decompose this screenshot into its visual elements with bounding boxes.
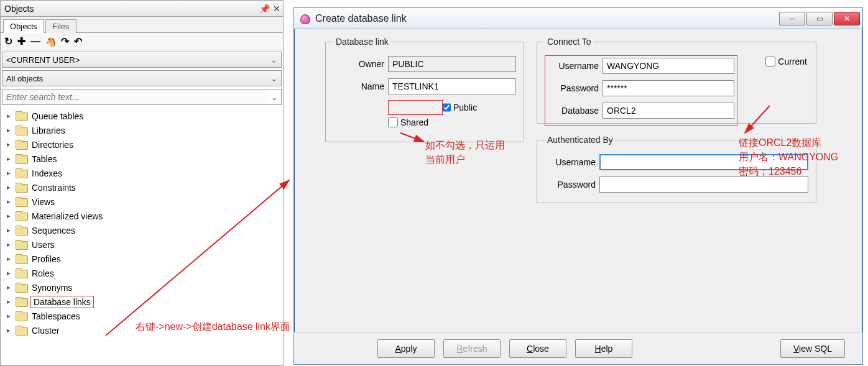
folder-icon <box>16 226 28 236</box>
search-row: ⌄ <box>2 89 282 105</box>
refresh-button[interactable]: Refresh <box>443 339 501 358</box>
auth-pass-label: Password <box>545 180 596 190</box>
expand-icon[interactable]: ▸ <box>7 183 16 191</box>
folder-icon <box>16 168 28 178</box>
help-button[interactable]: Help <box>575 339 632 358</box>
tab-objects[interactable]: Objects <box>3 19 44 33</box>
close-panel-icon[interactable]: ✕ <box>270 4 283 14</box>
chevron-down-icon: ⌄ <box>270 55 277 65</box>
filter-dropdown[interactable]: All objects ⌄ <box>2 70 282 86</box>
ct-db-label: Database <box>548 106 599 116</box>
tree-item[interactable]: ▸Roles <box>1 266 283 280</box>
ct-user-label: Username <box>548 61 599 71</box>
ct-pass-label: Password <box>548 83 599 93</box>
tree-item[interactable]: ▸Database links <box>1 295 283 309</box>
name-field[interactable] <box>388 78 516 94</box>
view-sql-button[interactable]: View SQL <box>780 339 845 358</box>
find-icon[interactable]: 🐴 <box>45 37 56 47</box>
dialog-button-bar: Apply Refresh Close Help View SQL <box>294 332 862 364</box>
apply-button[interactable]: Apply <box>377 339 435 358</box>
expand-icon[interactable]: ▸ <box>7 140 16 149</box>
folder-icon <box>16 268 28 278</box>
expand-icon[interactable]: ▸ <box>7 198 16 206</box>
folder-icon <box>16 240 28 250</box>
expand-icon[interactable]: ▸ <box>7 155 16 163</box>
tree-item-label: Users <box>30 239 56 250</box>
tab-files[interactable]: Files <box>45 19 76 33</box>
chevron-down-icon[interactable]: ⌄ <box>267 93 281 102</box>
panel-title: Objects <box>4 4 34 14</box>
chevron-down-icon: ⌄ <box>270 74 277 83</box>
dblink-legend: Database link <box>333 37 391 47</box>
expand-icon[interactable]: ▸ <box>7 298 16 306</box>
dialog-title: Create database link <box>315 13 407 24</box>
close-dialog-button[interactable]: Close <box>509 339 566 358</box>
current-label: Current <box>778 57 807 66</box>
tree-item[interactable]: ▸Tables <box>1 152 283 166</box>
expand-icon[interactable]: ▸ <box>7 212 16 220</box>
name-label: Name <box>333 81 384 91</box>
expand-icon[interactable]: ▸ <box>7 240 16 249</box>
expand-icon[interactable]: ▸ <box>7 226 16 234</box>
tree-item[interactable]: ▸Directories <box>1 137 283 152</box>
folder-icon <box>16 197 28 207</box>
expand-icon[interactable]: ▸ <box>7 126 16 134</box>
maximize-button[interactable]: ▭ <box>806 12 833 25</box>
folder-icon <box>16 183 28 193</box>
tree-item-label: Directories <box>30 139 75 150</box>
tree-item-label: Views <box>30 196 56 208</box>
tree-item[interactable]: ▸Indexes <box>1 166 283 180</box>
tree-item[interactable]: ▸Cluster <box>1 323 283 337</box>
user-dropdown[interactable]: <CURRENT USER> ⌄ <box>2 52 282 68</box>
auth-user-field[interactable] <box>599 154 808 170</box>
database-icon <box>299 12 312 25</box>
tree-item[interactable]: ▸Users <box>1 237 283 252</box>
ct-db-field[interactable] <box>603 103 734 119</box>
current-checkbox[interactable] <box>765 57 775 66</box>
shared-label: Shared <box>400 117 428 127</box>
expand-icon[interactable]: ▸ <box>7 283 16 291</box>
panel-title-bar: Objects 📌 ✕ <box>1 1 283 17</box>
expand-icon[interactable]: ▸ <box>7 269 16 277</box>
tree-item[interactable]: ▸Queue tables <box>1 109 283 123</box>
search-input[interactable] <box>2 89 267 104</box>
object-tree[interactable]: ▸Queue tables▸Libraries▸Directories▸Tabl… <box>1 106 283 365</box>
close-button[interactable]: ✕ <box>834 12 860 25</box>
fieldset-auth-by: Authenticated By Username Password <box>537 135 816 203</box>
tree-item[interactable]: ▸Constraints <box>1 180 283 194</box>
tree-item-label: Tablespaces <box>30 311 81 322</box>
find-prev-icon[interactable]: ↶ <box>74 35 82 47</box>
dialog-titlebar[interactable]: Create database link ─ ▭ ✕ <box>294 8 862 29</box>
expand-icon[interactable]: ▸ <box>7 255 16 263</box>
folder-icon <box>16 297 28 307</box>
expand-icon[interactable]: ▸ <box>7 312 16 320</box>
add-icon[interactable]: ✚ <box>17 35 25 47</box>
refresh-icon[interactable]: ↻ <box>4 35 12 47</box>
folder-icon <box>16 211 28 221</box>
owner-field[interactable] <box>388 56 516 72</box>
tree-item[interactable]: ▸Materialized views <box>1 209 283 223</box>
tree-item[interactable]: ▸Sequences <box>1 223 283 237</box>
connect-legend: Connect To <box>545 37 594 47</box>
tree-item-label: Profiles <box>30 254 62 265</box>
ct-user-field[interactable] <box>603 58 734 74</box>
find-next-icon[interactable]: ↷ <box>61 35 69 47</box>
objects-panel: Objects 📌 ✕ Objects Files ↻ ✚ — 🐴 ↷ ↶ <C… <box>0 0 284 366</box>
folder-icon <box>16 126 28 135</box>
tree-item[interactable]: ▸Views <box>1 194 283 209</box>
expand-icon[interactable]: ▸ <box>7 112 16 120</box>
tree-item[interactable]: ▸Libraries <box>1 123 283 137</box>
remove-icon[interactable]: — <box>30 36 40 47</box>
expand-icon[interactable]: ▸ <box>7 326 16 334</box>
tree-item[interactable]: ▸Synonyms <box>1 280 283 295</box>
tree-item[interactable]: ▸Tablespaces <box>1 309 283 323</box>
tree-item[interactable]: ▸Profiles <box>1 252 283 266</box>
expand-icon[interactable]: ▸ <box>7 169 16 177</box>
auth-pass-field[interactable] <box>599 176 808 193</box>
ct-pass-field[interactable] <box>603 80 734 96</box>
folder-icon <box>16 311 28 321</box>
public-checkbox[interactable] <box>443 103 451 112</box>
shared-checkbox[interactable] <box>388 117 398 127</box>
pin-icon[interactable]: 📌 <box>258 4 270 14</box>
minimize-button[interactable]: ─ <box>779 12 805 25</box>
